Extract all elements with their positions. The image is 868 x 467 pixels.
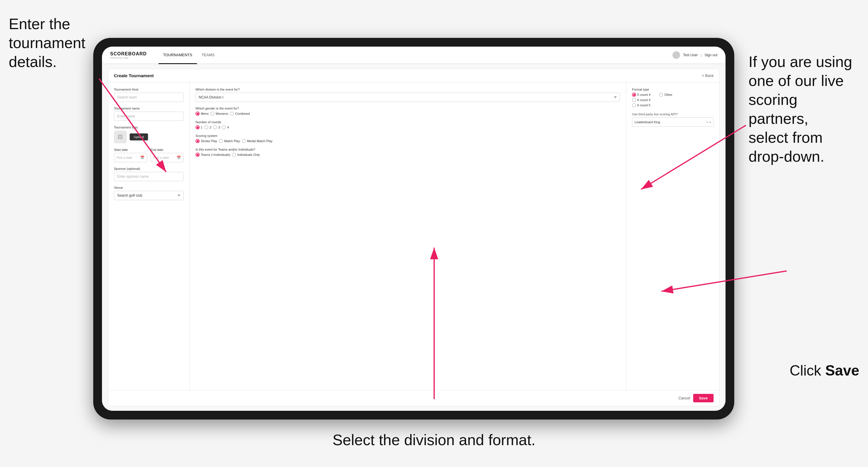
teams-radio[interactable] [195,153,199,157]
scoring-match[interactable]: Match Play [219,139,240,143]
nav-signout-link[interactable]: Sign out [705,53,717,57]
rounds-3[interactable]: 3 [213,125,220,129]
rounds-1-radio[interactable] [195,125,199,129]
division-group: Which division is the event for? NCAA Di… [195,88,620,102]
format-5count4[interactable]: 5 count 4 [632,93,650,97]
live-scoring-arrow-icon: ▾ [710,121,711,124]
teams-plus-individuals[interactable]: Teams (+Individuals) [195,153,230,157]
format-6count5-radio[interactable] [632,103,636,107]
individuals-radio[interactable] [232,153,236,157]
rounds-4[interactable]: 4 [222,125,229,129]
start-date-label: Start date [114,148,147,152]
start-date-input[interactable]: Pick a date 📅 [114,153,147,162]
teams-label-text: Teams (+Individuals) [201,153,230,156]
start-date-group: Start date Pick a date 📅 [114,148,147,162]
host-label: Tournament Host [114,88,184,91]
nav-logo: SCOREBOARD Powered by clippi [110,51,147,59]
gender-group: Which gender is the event for? Mens Wome… [195,106,620,116]
panel-footer: Cancel Save [108,390,719,406]
scoring-stroke-radio[interactable] [195,139,199,143]
format-other[interactable]: Other [659,93,673,97]
gender-combined-radio[interactable] [230,112,234,116]
nav-logo-title: SCOREBOARD [110,51,147,57]
navbar: SCOREBOARD Powered by clippi TOURNAMENTS… [102,46,725,64]
nav-avatar-icon [673,51,680,59]
panel-header: Create Tournament Back [108,69,719,83]
nav-link-tournaments[interactable]: TOURNAMENTS [158,46,197,64]
tournament-name-group: Tournament name [114,106,184,121]
sponsor-label: Sponsor (optional) [114,167,184,170]
nav-link-teams[interactable]: TEAMS [197,46,219,64]
rounds-2[interactable]: 2 [204,125,211,129]
search-team-input[interactable] [114,93,184,102]
gender-mens[interactable]: Mens [195,112,209,116]
format-6count5[interactable]: 6 count 5 [632,103,650,107]
individuals-label: Individuals Only [237,153,260,156]
gender-womens-label: Womens [216,112,228,115]
start-date-placeholder: Pick a date [117,156,132,159]
format-6count4-label: 6 count 4 [637,98,650,102]
live-scoring-clear-icon[interactable]: × [706,120,708,124]
cancel-button[interactable]: Cancel [678,396,690,400]
name-label: Tournament name [114,106,184,110]
division-label: Which division is the event for? [195,88,620,91]
rounds-2-radio[interactable] [204,125,208,129]
format-options-right: Other [659,93,673,107]
format-other-label: Other [664,93,673,96]
gender-womens-radio[interactable] [210,112,214,116]
scoring-match-radio[interactable] [219,139,223,143]
rounds-group: Number of rounds 1 2 [195,120,620,129]
end-date-input[interactable]: Pick a date 📅 [151,153,184,162]
rounds-1[interactable]: 1 [195,125,203,129]
logo-placeholder-icon: 🖼 [114,130,127,143]
annotation-bottomright: Click Save [789,362,859,380]
gender-label: Which gender is the event for? [195,106,620,110]
annotation-bottom: Select the division and format. [333,431,535,449]
rounds-3-radio[interactable] [213,125,217,129]
scoring-stroke[interactable]: Stroke Play [195,139,217,143]
gender-womens[interactable]: Womens [210,112,228,116]
main-content: Create Tournament Back Tournament Host T… [102,64,725,411]
rounds-4-radio[interactable] [222,125,226,129]
scoring-medal-label: Medal Match Play [247,139,273,143]
scoring-stroke-label: Stroke Play [201,139,217,143]
teams-group: Is this event for Teams and/or Individua… [195,148,620,157]
calendar-icon: 📅 [140,156,145,160]
logo-upload-area: 🖼 Upload [114,130,184,143]
nav-user: Test User | Sign out [673,51,717,59]
panel-body: Tournament Host Tournament name Tourname… [108,83,719,390]
scoring-medal-radio[interactable] [242,139,246,143]
format-other-radio[interactable] [659,93,663,97]
gender-combined-label: Combined [235,112,250,115]
annotation-topleft: Enter the tournament details. [9,14,108,71]
tournament-logo-group: Tournament logo 🖼 Upload [114,126,184,143]
back-link[interactable]: Back [702,73,714,78]
division-select[interactable]: NCAA Division I [195,93,620,102]
tournament-name-input[interactable] [114,112,184,121]
rounds-3-label: 3 [218,126,220,129]
upload-button[interactable]: Upload [130,133,148,141]
format-options-row: 5 count 4 6 count 4 6 count 5 [632,93,714,107]
save-button[interactable]: Save [693,394,714,402]
logo-label: Tournament logo [114,126,184,129]
format-5count4-radio[interactable] [632,93,636,97]
tournament-host-group: Tournament Host [114,88,184,102]
date-row: Start date Pick a date 📅 End date Pick a… [114,148,184,167]
rounds-label: Number of rounds [195,120,620,124]
format-group: Format type 5 count 4 6 count [632,88,714,107]
tablet-screen: SCOREBOARD Powered by clippi TOURNAMENTS… [102,46,725,411]
individuals-only[interactable]: Individuals Only [232,153,260,157]
gender-combined[interactable]: Combined [230,112,250,116]
live-scoring-value: Leaderboard King [634,120,706,124]
format-6count4[interactable]: 6 count 4 [632,98,650,102]
right-column: Format type 5 count 4 6 count [626,83,719,390]
live-scoring-select[interactable]: Leaderboard King × ▾ [632,117,714,127]
scoring-label: Scoring system [195,134,620,137]
teams-radio-row: Teams (+Individuals) Individuals Only [195,153,620,157]
format-6count4-radio[interactable] [632,98,636,102]
annotation-topright: If you are using one of our live scoring… [748,53,859,166]
venue-select[interactable]: Search golf club [114,191,184,200]
gender-mens-radio[interactable] [195,112,199,116]
scoring-medal-match[interactable]: Medal Match Play [242,139,273,143]
sponsor-input[interactable] [114,172,184,181]
